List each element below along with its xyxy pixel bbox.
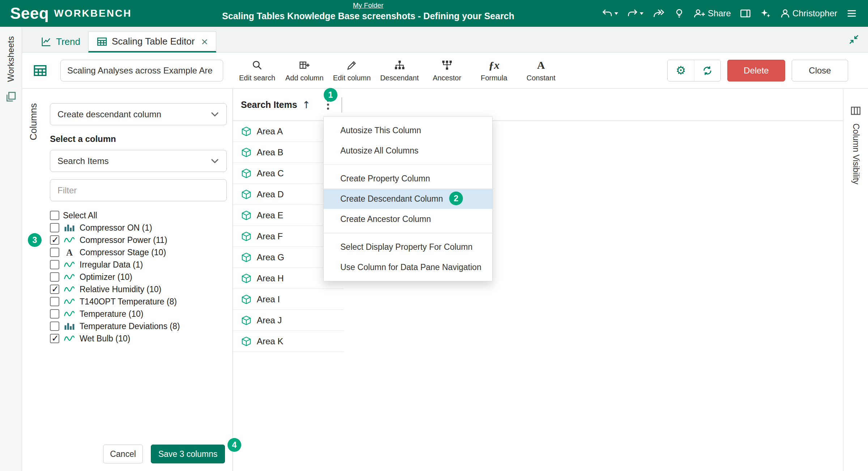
signal-checkbox[interactable]	[50, 223, 59, 232]
table-grid-icon[interactable]	[33, 63, 47, 78]
tab-trend[interactable]: Trend	[33, 31, 88, 52]
signal-wave-icon	[63, 261, 76, 269]
table-row[interactable]: Area K	[233, 331, 344, 352]
breadcrumb-my-folder[interactable]: My Folder	[353, 1, 383, 9]
asset-cube-icon	[241, 315, 252, 326]
string-signal-icon: A	[63, 248, 76, 257]
redo-button[interactable]	[627, 8, 643, 19]
user-name: Christopher	[792, 8, 837, 18]
seeq-logo: Seeq WORKBENCH	[0, 4, 132, 22]
table-cell: Area A	[257, 126, 283, 136]
signal-row-irregular-data[interactable]: Irregular Data (1)	[50, 258, 227, 271]
annotation-badge-1: 1	[324, 88, 337, 102]
refresh-button[interactable]	[694, 60, 720, 81]
menu-item-autosize-this-column[interactable]: Autosize This Column	[324, 120, 492, 140]
signal-wave-icon	[63, 236, 76, 244]
asset-cube-icon	[241, 294, 252, 305]
signal-row-temperature-deviations[interactable]: Temperature Deviations (8)	[50, 320, 227, 332]
descendant-label: Descendant	[380, 74, 419, 82]
add-column-button[interactable]: Add column	[285, 59, 324, 82]
worksheets-sidebar[interactable]: Worksheets	[0, 27, 22, 471]
collapse-view-icon[interactable]	[848, 34, 859, 45]
descendant-button[interactable]: Descendant	[380, 59, 419, 82]
hamburger-menu-button[interactable]	[846, 8, 857, 19]
select-all-checkbox[interactable]	[50, 211, 59, 220]
menu-item-create-descendant-column[interactable]: Create Descendant Column	[324, 189, 492, 209]
menu-item-create-property-column[interactable]: Create Property Column	[324, 168, 492, 189]
menu-divider	[324, 164, 492, 165]
step-signal-icon	[63, 322, 76, 330]
table-name-input[interactable]	[60, 60, 223, 81]
signal-row-temperature[interactable]: Temperature (10)	[50, 308, 227, 320]
user-menu-button[interactable]: Christopher	[780, 8, 837, 19]
signal-row-compressor-on[interactable]: Compressor ON (1)	[50, 222, 227, 234]
share-button[interactable]: Share	[694, 8, 731, 19]
signal-checkbox[interactable]	[50, 248, 59, 257]
signal-checkbox[interactable]	[50, 334, 59, 343]
signal-checkbox[interactable]	[50, 285, 59, 294]
asset-cube-icon	[241, 168, 252, 179]
ai-sparkle-button[interactable]	[760, 8, 771, 19]
column-visibility-sidebar[interactable]: Column Visibility	[843, 89, 868, 471]
signal-checkbox[interactable]	[50, 309, 59, 319]
menu-item-autosize-all-columns[interactable]: Autosize All Columns	[324, 140, 492, 161]
signal-row-compressor-power[interactable]: Compressor Power (11)	[50, 234, 227, 246]
signal-checkbox[interactable]	[50, 321, 59, 331]
signal-row-t140opt-temperature[interactable]: T140OPT Temperature (8)	[50, 295, 227, 308]
presentation-layout-button[interactable]	[740, 8, 751, 19]
table-cell: Area C	[257, 168, 284, 178]
table-row[interactable]: Area I	[233, 289, 344, 310]
cancel-button[interactable]: Cancel	[103, 445, 143, 463]
menu-item-create-ancestor-column[interactable]: Create Ancestor Column	[324, 209, 492, 229]
signal-row-relative-humidity[interactable]: Relative Humidity (10)	[50, 283, 227, 295]
signal-checkbox[interactable]	[50, 235, 59, 245]
sort-ascending-icon[interactable]: ↑	[302, 100, 311, 110]
close-button[interactable]: Close	[792, 60, 848, 81]
tab-close-icon[interactable]: ×	[201, 36, 208, 47]
signal-row-optimizer[interactable]: Optimizer (10)	[50, 271, 227, 283]
tab-scaling-table-editor[interactable]: Scaling Table Editor ×	[88, 31, 216, 52]
restore-forward-button[interactable]	[652, 8, 665, 19]
column-context-menu: Autosize This Column Autosize All Column…	[323, 116, 493, 281]
add-column-icon	[299, 59, 310, 71]
menu-item-select-display-property[interactable]: Select Display Property For Column	[324, 237, 492, 257]
edit-search-label: Edit search	[239, 74, 275, 82]
table-cell: Area B	[257, 147, 283, 157]
signal-checkbox[interactable]	[50, 297, 59, 306]
settings-gear-button[interactable]: ⚙	[668, 60, 694, 81]
asset-cube-icon	[241, 126, 252, 137]
signal-checkbox[interactable]	[50, 260, 59, 269]
descendant-tree-icon	[394, 59, 405, 71]
signal-label: Irregular Data (1)	[80, 260, 143, 270]
menu-item-use-column-data-pane[interactable]: Use Column for Data Pane Navigation	[324, 257, 492, 277]
edit-column-button[interactable]: Edit column	[333, 59, 371, 82]
ancestor-button[interactable]: Ancestor	[428, 59, 466, 82]
signal-label: Optimizer (10)	[80, 272, 132, 282]
column-type-dropdown[interactable]: Create descendant column	[50, 103, 227, 125]
signal-row-wet-bulb[interactable]: Wet Bulb (10)	[50, 332, 227, 345]
column-header-search-items: Search Items	[241, 100, 297, 110]
constant-button[interactable]: A Constant	[522, 59, 560, 82]
filter-input[interactable]	[50, 179, 227, 201]
delete-button[interactable]: Delete	[727, 60, 785, 81]
toolbar-right: ⚙ Delete Close	[667, 60, 868, 81]
table-row[interactable]: Area J	[233, 310, 344, 331]
signal-label: Compressor Power (11)	[80, 235, 167, 245]
column-visibility-icon	[850, 105, 861, 116]
formula-button[interactable]: ƒx Formula	[475, 59, 513, 82]
signal-checkbox[interactable]	[50, 272, 59, 282]
asset-cube-icon	[241, 147, 252, 158]
save-columns-button[interactable]: Save 3 columns	[151, 445, 225, 463]
select-a-column-label: Select a column	[50, 134, 227, 144]
select-all-row[interactable]: Select All	[50, 209, 227, 222]
signal-row-compressor-stage[interactable]: A Compressor Stage (10)	[50, 246, 227, 258]
undo-button[interactable]	[602, 8, 618, 19]
lightbulb-button[interactable]	[674, 8, 685, 19]
source-column-dropdown[interactable]: Search Items	[50, 150, 227, 172]
signal-wave-icon	[63, 273, 76, 281]
tab-trend-label: Trend	[56, 36, 80, 47]
share-label: Share	[708, 8, 731, 18]
column-resize-handle[interactable]	[341, 97, 342, 113]
signal-label: T140OPT Temperature (8)	[80, 297, 177, 307]
edit-search-button[interactable]: Edit search	[238, 59, 276, 82]
